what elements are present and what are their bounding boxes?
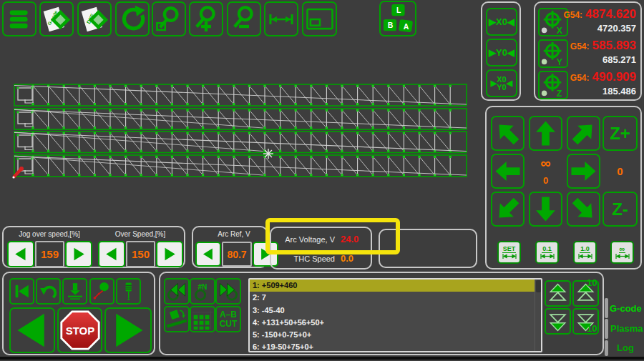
torch-button[interactable] (116, 278, 141, 305)
jog-z-plus-button[interactable]: Z+ (602, 116, 638, 151)
crosshair-z-icon: Z (540, 71, 567, 99)
jog-up-button[interactable] (529, 116, 562, 151)
svg-text:Y: Y (557, 57, 563, 67)
align-part-button[interactable] (164, 306, 190, 332)
jog-over-speed-value: 159 (35, 241, 64, 267)
stop-button[interactable]: STOP (57, 307, 102, 353)
jog-down-right-button[interactable] (567, 192, 600, 227)
axis-status-dot (542, 59, 547, 65)
ab-cut-button[interactable]: A–B CUT (215, 306, 241, 332)
jog-left-button[interactable] (491, 154, 525, 189)
gcode-line[interactable]: 3: -45-40 (250, 305, 541, 317)
jog-up-right-button[interactable] (567, 116, 600, 151)
double-chevron-left-icon (165, 280, 188, 303)
toolpath-canvas[interactable] (0, 39, 481, 219)
step-set-button[interactable]: SET (497, 241, 521, 264)
double-arrow-up-icon (546, 282, 570, 305)
fit-screen-button[interactable] (302, 1, 337, 36)
left-arrow-glyph: ▶ (491, 79, 497, 88)
jog-down-button[interactable] (529, 192, 562, 227)
gcode-line[interactable]: 6: +19-50+75+0+ (250, 341, 541, 352)
keyboard-shortcuts-button[interactable]: L B A (379, 1, 416, 36)
keyboard-keys-icon: L B A (381, 2, 414, 35)
thc-speed-row: THC Speed 0.0 (271, 253, 371, 264)
nesting-grid-button[interactable] (190, 306, 215, 332)
arc-ref-decrease-button[interactable] (195, 242, 221, 267)
zoom-region-button[interactable] (152, 1, 186, 36)
list-scrollbar-thumb[interactable] (536, 280, 541, 292)
triangle-left-icon (104, 242, 119, 266)
gcode-panel: #N (159, 272, 604, 355)
infinity-step-value: ∞ (540, 157, 550, 169)
jog-step-display: ∞ 0 (529, 154, 562, 189)
step-0-1-button[interactable]: 0.1 (535, 241, 559, 264)
tab-log[interactable]: Log (617, 342, 634, 353)
svg-text:B: B (388, 21, 394, 29)
tab-plasma[interactable]: Plasma (610, 323, 643, 334)
goto-z-button[interactable]: Z (538, 71, 568, 99)
wcs-label: G54: (570, 73, 590, 83)
wcs-label: G54: (570, 41, 590, 51)
menu-button[interactable] (2, 1, 36, 36)
back-to-path-button[interactable] (36, 278, 61, 305)
toolpath-drawing (0, 39, 481, 219)
open-gcode-button[interactable]: G-code (39, 1, 74, 36)
tab-divider (605, 340, 608, 356)
arrow-down-icon (530, 193, 561, 225)
zero-x-button[interactable]: ▶X0◀ (486, 8, 517, 36)
run-backward-button[interactable] (9, 307, 55, 353)
measure-button[interactable] (264, 1, 298, 36)
jog-up-left-button[interactable] (491, 116, 525, 151)
goto-y-button[interactable]: Y (538, 39, 568, 68)
list-scrollbar-track[interactable] (535, 280, 541, 351)
crosshair-y-icon: Y (540, 40, 567, 67)
dro-row-x: X G54: 4874.620 4720.357 (535, 6, 640, 38)
thc-speed-label: THC Speed (271, 254, 335, 263)
zero-y-button[interactable]: ▶Y0◀ (486, 39, 517, 66)
jog-down-left-button[interactable] (491, 192, 525, 227)
step-1-0-button[interactable]: 1.0 (573, 241, 597, 264)
lines-forward-button[interactable] (215, 278, 241, 305)
goto-line-button[interactable]: #N (190, 278, 215, 305)
arrow-up-right-icon (568, 117, 599, 149)
scroll-down-one-button[interactable] (545, 308, 571, 335)
refresh-view-button[interactable] (115, 1, 150, 36)
step-infinity-button[interactable]: ∞ (610, 241, 634, 264)
rewind-to-start-button[interactable] (9, 278, 34, 305)
arc-voltage-row: Arc Voltage, V 24.0 (271, 234, 371, 244)
gcode-line[interactable]: 2: 7 (250, 292, 541, 304)
jog-right-button[interactable] (567, 154, 600, 189)
torch-probe-button[interactable] (62, 278, 87, 305)
scroll-up-one-button[interactable] (545, 280, 571, 307)
spare-panel (379, 229, 477, 268)
zero-xy-button[interactable]: ▶ X0 Y0 ◀ (486, 69, 517, 97)
tab-gcode[interactable]: G-code (610, 303, 642, 314)
triangle-left-icon (201, 243, 215, 265)
over-speed-increase-button[interactable] (156, 241, 183, 267)
torch-nozzle-icon (118, 281, 140, 302)
zoom-in-button[interactable] (189, 1, 223, 36)
jog-over-speed-decrease-button[interactable] (7, 241, 34, 267)
zoom-region-icon (154, 4, 184, 34)
svg-text:STOP: STOP (65, 325, 94, 337)
move-to-position-button[interactable] (89, 278, 114, 305)
gcode-line-selected[interactable]: 1: +509+460 (250, 280, 541, 292)
measure-glyph-icon (578, 253, 592, 259)
axis-status-dot (542, 28, 547, 34)
gcode-line[interactable]: 4: +131+50+56+50+ (250, 317, 541, 329)
gcode-line[interactable]: 5: -150+0-75+0+ (250, 329, 541, 341)
arrow-down-left-icon (492, 193, 523, 225)
lines-back-button[interactable] (164, 278, 190, 305)
tab-divider (605, 319, 608, 339)
scroll-ten-down-label: 10 (587, 323, 597, 334)
jog-over-speed-increase-button[interactable] (65, 241, 92, 267)
open-dxf-button[interactable]: DXF (77, 1, 112, 36)
gcode-line-list[interactable]: 1: +509+460 2: 7 3: -45-40 4: +131+50+56… (248, 278, 542, 352)
over-speed-decrease-button[interactable] (98, 241, 125, 267)
measure-glyph-icon (615, 253, 630, 259)
run-forward-button[interactable] (104, 307, 152, 353)
y-machine-coordinate: 685.271 (602, 54, 636, 65)
jog-z-minus-button[interactable]: Z- (602, 192, 638, 227)
zoom-out-button[interactable] (227, 1, 261, 36)
triangle-left-icon (13, 242, 29, 266)
